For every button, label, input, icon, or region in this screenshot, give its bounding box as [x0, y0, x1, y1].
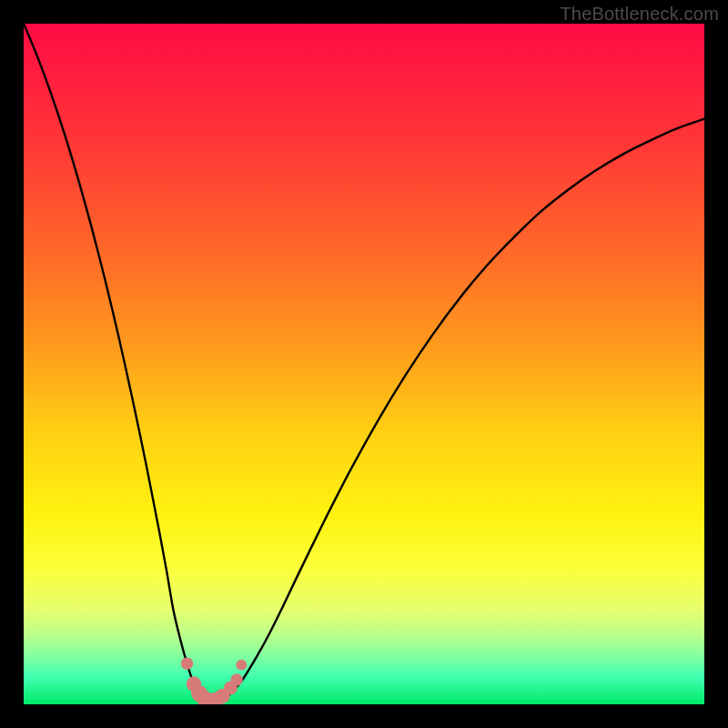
chart-frame: TheBottleneck.com: [0, 0, 728, 728]
curve-markers: [181, 657, 248, 704]
curve-marker: [230, 673, 242, 685]
plot-area: [24, 24, 704, 704]
curve-marker: [181, 657, 193, 669]
curve-marker: [236, 660, 247, 671]
attribution-label: TheBottleneck.com: [560, 4, 719, 25]
bottleneck-curve: [24, 24, 704, 702]
curve-layer: [24, 24, 704, 704]
